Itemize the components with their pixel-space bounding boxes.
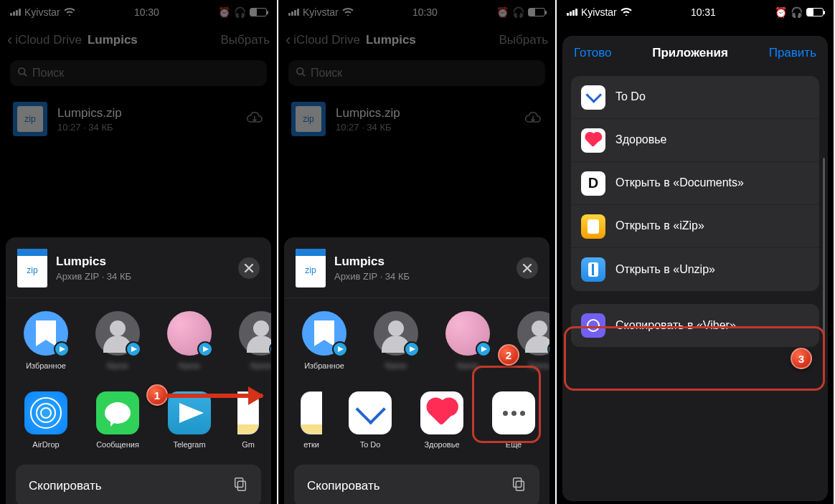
- app-clipped-notes[interactable]: етки: [296, 391, 327, 449]
- wifi-icon: [342, 6, 354, 18]
- contact-item[interactable]: Name: [161, 311, 218, 370]
- telegram-badge-icon: [332, 341, 348, 357]
- telegram-badge-icon: [126, 341, 141, 357]
- dim-backdrop: Kyivstar 10:30 ⏰ 🎧 ‹ iCloud Drive Lumpic…: [0, 0, 277, 145]
- contacts-row: Избранное Name Name Name: [6, 298, 271, 379]
- dim-backdrop: Kyivstar 10:30 ⏰ 🎧 ‹ iCloud Drive Lumpic…: [278, 0, 555, 145]
- apps-row: етки To Do Здоровье Еще: [284, 379, 549, 457]
- search-input[interactable]: Поиск: [288, 60, 545, 86]
- file-row[interactable]: zip Lumpics.zip 10:27 · 34 КБ: [278, 93, 555, 145]
- alarm-icon: ⏰: [496, 6, 509, 18]
- select-button[interactable]: Выбрать: [221, 33, 270, 47]
- back-button[interactable]: ‹ iCloud Drive Lumpics: [286, 32, 416, 48]
- back-button[interactable]: ‹ iCloud Drive Lumpics: [7, 32, 138, 48]
- zip-file-icon: zip: [296, 249, 326, 287]
- unzip-icon: [581, 257, 605, 282]
- app-label: Еще: [506, 440, 522, 449]
- signal-icon: [10, 9, 21, 16]
- contact-item[interactable]: Name: [367, 311, 425, 370]
- contact-label: Name: [107, 361, 128, 370]
- telegram-badge-icon: [404, 341, 420, 357]
- contact-item[interactable]: Name: [439, 311, 496, 370]
- search-icon: [17, 67, 28, 80]
- app-messages[interactable]: Сообщения: [89, 391, 146, 449]
- phone-screen-3: Kyivstar 10:31 ⏰ 🎧 Готово Приложения Пра…: [557, 0, 834, 504]
- contact-label: Name: [457, 361, 478, 370]
- done-button[interactable]: Готово: [574, 46, 612, 60]
- copy-action[interactable]: Скопировать: [294, 465, 539, 504]
- cloud-download-icon[interactable]: [524, 110, 542, 128]
- app-row-label: Открыть в «Unzip»: [615, 262, 809, 277]
- app-row-label: Открыть в «Documents»: [615, 176, 809, 191]
- search-icon: [296, 67, 306, 80]
- svg-rect-4: [237, 481, 245, 490]
- svg-point-6: [297, 67, 303, 74]
- contact-favorite[interactable]: Избранное: [17, 311, 75, 370]
- app-clipped[interactable]: Gm: [232, 391, 264, 449]
- contact-item[interactable]: Name: [232, 311, 271, 370]
- app-label: AirDrop: [32, 440, 59, 449]
- app-row-documents[interactable]: D Открыть в «Documents»: [571, 162, 819, 205]
- carrier-label: Kyivstar: [303, 6, 339, 18]
- search-placeholder: Поиск: [32, 67, 64, 80]
- share-subtitle: Архив ZIP · 34 КБ: [56, 271, 131, 282]
- share-subtitle: Архив ZIP · 34 КБ: [334, 271, 410, 282]
- alarm-icon: ⏰: [775, 6, 787, 18]
- clock: 10:30: [134, 6, 159, 18]
- close-button[interactable]: [516, 257, 538, 279]
- select-button[interactable]: Выбрать: [499, 33, 548, 47]
- app-label: Здоровье: [424, 440, 459, 449]
- share-sheet: zip Lumpics Архив ZIP · 34 КБ Избранное …: [284, 237, 549, 504]
- contact-favorite[interactable]: Избранное: [296, 311, 353, 370]
- clock: 10:30: [412, 6, 438, 18]
- app-row-viber[interactable]: Скопировать в «Viber»: [571, 304, 819, 347]
- health-icon: [581, 128, 605, 153]
- contact-label: Name: [179, 361, 199, 370]
- izip-icon: [581, 214, 605, 239]
- app-row-unzip[interactable]: Открыть в «Unzip»: [571, 248, 819, 291]
- app-telegram[interactable]: Telegram: [161, 391, 218, 449]
- telegram-badge-icon: [476, 341, 491, 357]
- file-meta: 10:27 · 34 КБ: [57, 122, 122, 133]
- status-bar: Kyivstar 10:31 ⏰ 🎧: [557, 0, 834, 24]
- phone-screen-2: Kyivstar 10:30 ⏰ 🎧 ‹ iCloud Drive Lumpic…: [278, 0, 555, 504]
- svg-point-0: [19, 67, 25, 74]
- app-row-label: Открыть в «iZip»: [615, 219, 809, 234]
- signal-icon: [567, 9, 577, 16]
- contact-item[interactable]: Name: [89, 311, 146, 370]
- contact-item[interactable]: Name: [511, 311, 549, 370]
- app-airdrop[interactable]: AirDrop: [17, 391, 75, 449]
- edit-button[interactable]: Править: [769, 46, 816, 60]
- back-label: iCloud Drive: [293, 33, 360, 47]
- svg-line-1: [24, 73, 27, 76]
- telegram-badge-icon: [54, 341, 70, 357]
- copy-action[interactable]: Скопировать: [16, 465, 261, 504]
- close-button[interactable]: [238, 257, 260, 279]
- telegram-badge-icon: [197, 341, 213, 357]
- app-row-health[interactable]: Здоровье: [571, 119, 819, 162]
- alarm-icon: ⏰: [218, 6, 230, 18]
- file-row[interactable]: zip Lumpics.zip 10:27 · 34 КБ: [0, 93, 277, 145]
- app-health[interactable]: Здоровье: [413, 391, 471, 449]
- nav-bar: ‹ iCloud Drive Lumpics Выбрать: [0, 24, 277, 56]
- documents-icon: D: [581, 171, 605, 196]
- apps-sheet-bar: Готово Приложения Править: [562, 36, 828, 70]
- headphones-icon: 🎧: [512, 6, 524, 18]
- file-name: Lumpics.zip: [57, 106, 122, 120]
- viber-icon: [581, 313, 605, 338]
- headphones-icon: 🎧: [234, 6, 246, 18]
- zip-file-icon: zip: [13, 102, 47, 136]
- app-row-izip[interactable]: Открыть в «iZip»: [571, 205, 819, 248]
- app-row-todo[interactable]: To Do: [571, 76, 819, 119]
- contact-label: Name: [250, 361, 271, 370]
- contact-label: Name: [529, 361, 549, 370]
- search-input[interactable]: Поиск: [10, 60, 267, 86]
- todo-icon: [581, 85, 605, 110]
- app-todo[interactable]: To Do: [341, 391, 399, 449]
- contacts-row: Избранное Name Name Name: [284, 298, 549, 379]
- scrollbar[interactable]: [823, 158, 825, 373]
- clock: 10:31: [691, 6, 716, 18]
- app-more[interactable]: Еще: [485, 391, 542, 449]
- cloud-download-icon[interactable]: [245, 110, 264, 128]
- app-label: етки: [303, 440, 319, 449]
